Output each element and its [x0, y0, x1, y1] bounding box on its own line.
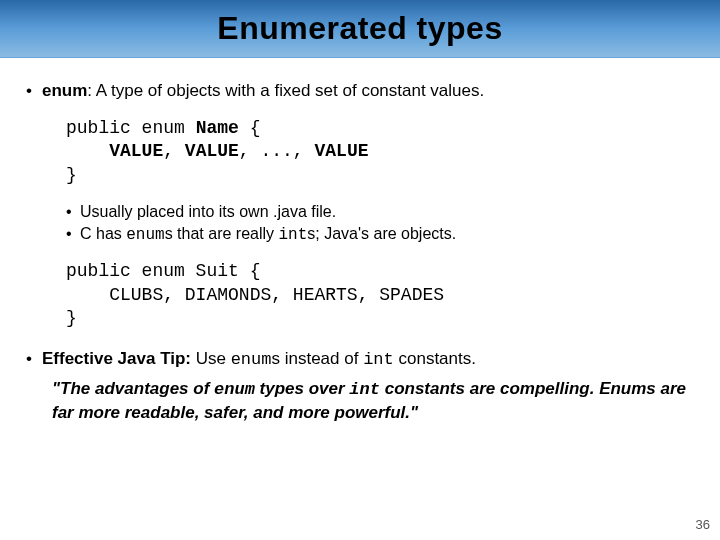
code-template: public enum Name { VALUE, VALUE, ..., VA…: [66, 117, 694, 187]
bullet-icon: •: [66, 223, 80, 247]
sub-bullet-group: • Usually placed into its own .java file…: [66, 201, 694, 246]
tip-f: constants.: [394, 349, 476, 368]
sb2-b: enum: [126, 226, 164, 244]
bullet-icon: •: [26, 348, 42, 372]
slide-number: 36: [696, 517, 710, 532]
tip-block: • Effective Java Tip: Use enums instead …: [26, 348, 694, 425]
sub-bullet-1: • Usually placed into its own .java file…: [66, 201, 694, 223]
code-template-values2: VALUE: [185, 141, 239, 161]
code-template-values: VALUE: [109, 141, 163, 161]
bullet-icon: •: [66, 201, 80, 223]
sb2-a: C has: [80, 225, 126, 242]
bullet-icon: •: [26, 80, 42, 103]
code-template-name: Name: [196, 118, 239, 138]
slide-body: • enum: A type of objects with a fixed s…: [0, 58, 720, 425]
definition-bullet: • enum: A type of objects with a fixed s…: [26, 80, 694, 103]
term-enum: enum: [42, 81, 87, 100]
page-title: Enumerated types: [217, 10, 502, 47]
definition-rest: : A type of objects with a fixed set of …: [87, 81, 484, 100]
tip-lead: Effective Java Tip:: [42, 349, 191, 368]
code-example: public enum Suit { CLUBS, DIAMONDS, HEAR…: [66, 260, 694, 330]
tip-b: Use: [191, 349, 231, 368]
code-template-pre: public enum: [66, 118, 196, 138]
tip-bullet: • Effective Java Tip: Use enums instead …: [26, 348, 694, 372]
code-template-values3: VALUE: [314, 141, 368, 161]
definition-text: enum: A type of objects with a fixed set…: [42, 80, 484, 103]
sub-bullet-1-text: Usually placed into its own .java file.: [80, 201, 336, 223]
code-sep1: ,: [163, 141, 185, 161]
title-band: Enumerated types: [0, 0, 720, 58]
tip-d: s instead of: [271, 349, 363, 368]
q-a: "The advantages of: [52, 379, 214, 398]
sub-bullet-2: • C has enums that are really ints; Java…: [66, 223, 694, 247]
quote-block: "The advantages of enum types over int c…: [52, 378, 694, 425]
q-b: enum: [214, 380, 255, 399]
code-template-end: }: [66, 165, 77, 185]
sub-bullet-2-text: C has enums that are really ints; Java's…: [80, 223, 456, 247]
tip-text: Effective Java Tip: Use enums instead of…: [42, 348, 476, 372]
q-d: int: [349, 380, 380, 399]
tip-c: enum: [231, 350, 272, 369]
sb2-d: int: [278, 226, 307, 244]
sb2-e: s; Java's are objects.: [307, 225, 456, 242]
tip-e: int: [363, 350, 394, 369]
q-c: types over: [255, 379, 350, 398]
code-sep2: , ...,: [239, 141, 315, 161]
sb2-c: s that are really: [165, 225, 279, 242]
